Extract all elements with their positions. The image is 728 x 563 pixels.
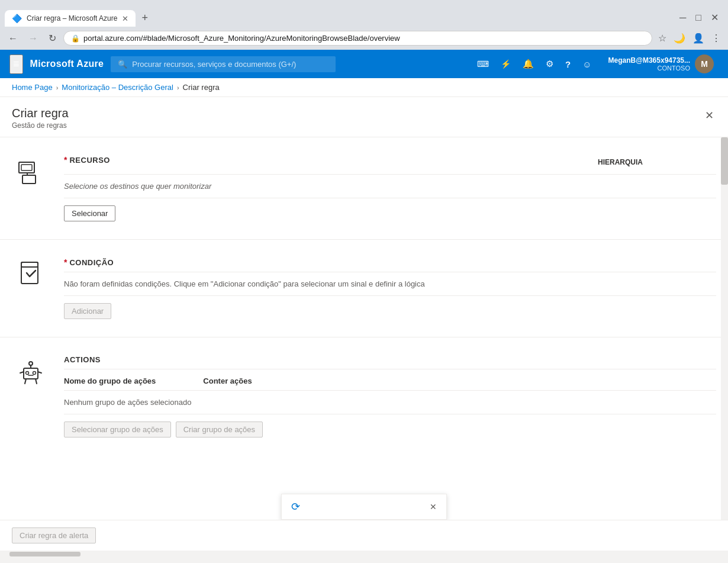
svg-line-16 — [36, 379, 37, 384]
help-button[interactable]: ? — [561, 54, 575, 74]
settings-button[interactable]: ⚙ — [541, 54, 558, 74]
star-button[interactable]: ☆ — [656, 30, 669, 46]
panel-close-button[interactable]: ✕ — [703, 107, 716, 124]
breadcrumb-sep-1: › — [56, 84, 59, 91]
azure-search-bar[interactable]: 🔍 Procurar recursos, serviços e document… — [111, 56, 336, 72]
condicao-title: CONDIÇÃO — [69, 258, 114, 267]
notification-popup: ⟳ ✕ — [281, 494, 447, 520]
feedback-button[interactable]: ☺ — [578, 54, 596, 74]
new-tab-button[interactable]: + — [136, 12, 154, 24]
breadcrumb-current: Criar regra — [183, 83, 220, 92]
minimize-button[interactable]: ─ — [675, 11, 691, 24]
actions-section: ACTIONS Nome do grupo de ações Conter aç… — [0, 337, 728, 455]
profile-button[interactable]: 👤 — [690, 30, 707, 46]
actions-divider2 — [64, 390, 716, 391]
actions-select-button[interactable]: Selecionar grupo de ações — [64, 422, 171, 437]
actions-no-group: Nenhum grupo de ações selecionado — [64, 398, 716, 407]
tab-title: Criar regra – Microsoft Azure — [27, 14, 117, 22]
svg-point-12 — [29, 362, 33, 365]
recurso-select-button[interactable]: Selecionar — [64, 205, 115, 221]
address-bar[interactable]: 🔒 portal.azure.com/#blade/Microsoft_Azur… — [63, 31, 652, 46]
actions-divider3 — [64, 414, 716, 414]
actions-create-button[interactable]: Criar grupo de ações — [176, 422, 263, 437]
user-org: CONTOSO — [608, 65, 690, 72]
actions-icon — [12, 358, 50, 386]
maximize-button[interactable]: □ — [691, 11, 706, 24]
condicao-required-star: * — [64, 258, 67, 267]
breadcrumb-monitoring[interactable]: Monitorização – Descrição Geral — [62, 83, 173, 92]
hamburger-menu-button[interactable]: ≡ — [9, 54, 23, 74]
notification-close-button[interactable]: ✕ — [430, 502, 437, 511]
refresh-button[interactable]: ↻ — [45, 30, 60, 46]
lock-icon: 🔒 — [71, 34, 80, 43]
avatar: M — [695, 54, 714, 73]
notifications-button[interactable]: 🔔 — [518, 54, 539, 74]
panel-title: Criar regra — [12, 107, 69, 120]
tab-close-button[interactable]: ✕ — [122, 14, 128, 23]
browser-tab[interactable]: 🔷 Criar regra – Microsoft Azure ✕ — [5, 10, 136, 27]
close-window-button[interactable]: ✕ — [706, 11, 723, 24]
actions-col1-header: Nome do grupo de ações — [64, 377, 156, 385]
breadcrumb-home[interactable]: Home Page — [12, 83, 53, 92]
theme-button[interactable]: 🌙 — [671, 30, 688, 46]
condicao-icon — [12, 260, 50, 288]
condicao-description: Não foram definidas condições. Clique em… — [64, 279, 716, 288]
svg-rect-1 — [21, 165, 32, 170]
tab-favicon: 🔷 — [12, 14, 22, 23]
actions-divider — [64, 369, 716, 369]
recurso-section: * RECURSO HIERARQUIA Selecione os destin… — [0, 137, 728, 240]
panel-footer: Criar regra de alerta — [0, 520, 728, 551]
search-placeholder-text: Procurar recursos, serviços e documentos… — [132, 60, 296, 69]
condicao-divider — [64, 272, 716, 272]
user-name: MeganB@M365x94735... — [608, 56, 690, 65]
panel-subtitle: Gestão de regras — [12, 121, 69, 130]
svg-point-8 — [26, 372, 29, 375]
svg-rect-2 — [22, 175, 36, 184]
svg-rect-5 — [21, 262, 38, 284]
recurso-divider — [64, 174, 716, 175]
azure-logo: Microsoft Azure — [30, 59, 104, 69]
svg-rect-6 — [21, 262, 38, 267]
search-icon: 🔍 — [118, 60, 127, 69]
vertical-scroll-thumb[interactable] — [721, 137, 728, 185]
forward-button[interactable]: → — [25, 31, 41, 46]
cloud-shell-button[interactable]: ⌨ — [472, 54, 494, 73]
recurso-divider2 — [64, 198, 716, 198]
hierarquia-label: HIERARQUIA — [598, 158, 716, 166]
condicao-section: * CONDIÇÃO Não foram definidas condições… — [0, 240, 728, 337]
recurso-icon — [12, 157, 50, 186]
svg-line-15 — [25, 379, 26, 384]
vertical-scrollbar[interactable] — [721, 137, 728, 520]
menu-button[interactable]: ⋮ — [709, 30, 723, 46]
breadcrumb-sep-2: › — [177, 84, 179, 91]
condicao-divider2 — [64, 295, 716, 296]
actions-title: ACTIONS — [64, 355, 101, 364]
svg-point-9 — [33, 372, 36, 375]
address-text: portal.azure.com/#blade/Microsoft_Azure_… — [83, 34, 645, 43]
condicao-add-button[interactable]: Adicionar — [64, 303, 111, 319]
recurso-description: Selecione os destinos que quer monitoriz… — [64, 182, 716, 191]
recurso-title: RECURSO — [69, 156, 110, 165]
horizontal-scroll-thumb[interactable] — [9, 552, 80, 556]
directory-subscription-button[interactable]: ⚡ — [496, 54, 516, 73]
actions-col2-header: Conter ações — [203, 377, 252, 385]
recurso-required-star: * — [64, 155, 67, 165]
user-profile[interactable]: MeganB@M365x94735... CONTOSO M — [604, 52, 719, 76]
notification-spinner-icon: ⟳ — [291, 500, 300, 513]
back-button[interactable]: ← — [5, 31, 21, 46]
breadcrumb: Home Page › Monitorização – Descrição Ge… — [0, 78, 728, 97]
create-alert-rule-button[interactable]: Criar regra de alerta — [12, 527, 96, 543]
horizontal-scrollbar[interactable] — [0, 551, 728, 558]
